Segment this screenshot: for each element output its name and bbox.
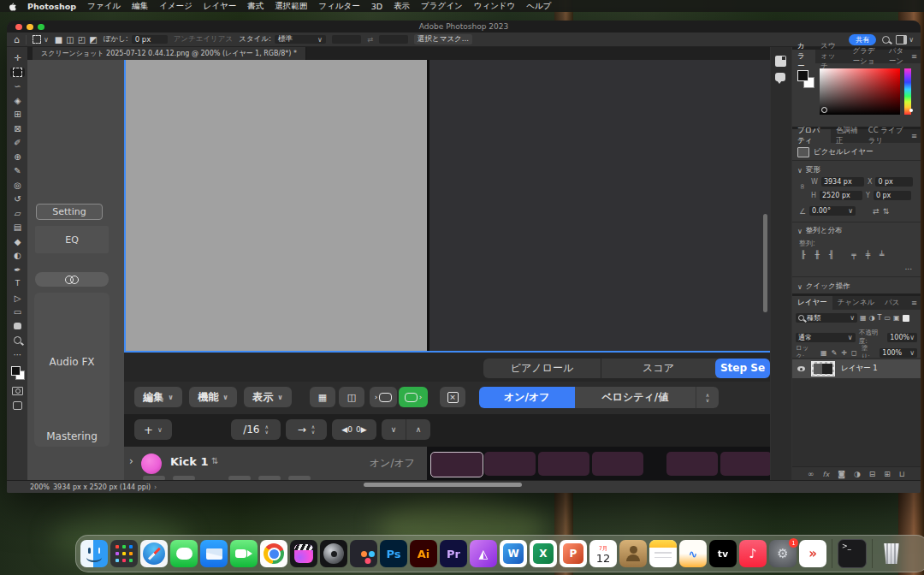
- stereo-output-button[interactable]: [35, 272, 109, 287]
- mode-stepper[interactable]: ∧∨: [696, 387, 719, 408]
- filter-smart-icon[interactable]: ▣: [893, 314, 900, 322]
- menu-view[interactable]: 表示: [394, 1, 410, 12]
- hand-tool[interactable]: [10, 322, 25, 331]
- dock-finder[interactable]: [80, 540, 108, 567]
- quick-actions-header[interactable]: クイック操作: [806, 282, 850, 292]
- foreground-color[interactable]: [11, 366, 21, 376]
- track-header[interactable]: › Kick 1 ⇅ オン/オフ: [124, 447, 427, 481]
- panel-menu-icon[interactable]: ≡: [911, 50, 921, 63]
- align-center-h-icon[interactable]: ╫: [814, 251, 819, 259]
- align-section-header[interactable]: 整列と分布: [806, 226, 843, 236]
- horizontal-scrollbar[interactable]: [364, 483, 522, 487]
- eyedropper-tool[interactable]: ✐: [10, 138, 25, 147]
- transform-section-header[interactable]: 変形: [806, 165, 820, 175]
- dock-launchpad[interactable]: [110, 540, 138, 567]
- dock-calendar[interactable]: 7月 12: [589, 540, 617, 567]
- pattern-loop-button[interactable]: ◫: [339, 387, 364, 407]
- menu-edit[interactable]: 編集: [132, 1, 148, 12]
- dock-red-chevrons-app[interactable]: »: [799, 540, 826, 567]
- zoom-tool[interactable]: [10, 335, 25, 345]
- dock-settings[interactable]: ⚙ 1: [769, 540, 797, 567]
- screen-mode-button[interactable]: [10, 400, 25, 410]
- crop-tool[interactable]: ⊞: [10, 110, 25, 119]
- rotate-right-icon[interactable]: 0▶: [356, 425, 367, 434]
- flip-horizontal-icon[interactable]: ⇄: [873, 207, 880, 216]
- align-top-icon[interactable]: ╤: [851, 251, 856, 259]
- comments-panel-icon[interactable]: [775, 73, 785, 81]
- tab-swatches[interactable]: スウォッチ: [815, 50, 847, 63]
- playback-direction-stepper[interactable]: → ∧∨: [286, 419, 327, 440]
- blend-mode-select[interactable]: 通常∨: [796, 333, 856, 342]
- status-chevron-icon[interactable]: ›: [154, 483, 157, 491]
- canvas[interactable]: Setting EQ Audio FX Mastering ピアノロール: [27, 60, 770, 481]
- tab-gradients[interactable]: グラデーショ: [847, 50, 883, 63]
- shape-tool[interactable]: ▭: [10, 307, 25, 317]
- section-chevron-icon[interactable]: ∨: [797, 283, 803, 291]
- selection-intersect-icon[interactable]: ◩: [89, 35, 97, 44]
- step-record-button[interactable]: ›: [399, 387, 428, 407]
- search-icon[interactable]: [882, 36, 890, 44]
- opacity-field[interactable]: 100%∨: [887, 333, 917, 342]
- history-brush-tool[interactable]: ↺: [10, 194, 25, 204]
- align-more-button[interactable]: ...: [904, 263, 912, 271]
- mode-on-off-button[interactable]: オン/オフ: [479, 387, 575, 408]
- dock-notes[interactable]: [649, 540, 677, 567]
- menu-filter[interactable]: フィルター: [318, 1, 359, 12]
- dodge-tool[interactable]: ◐: [10, 251, 25, 260]
- zoom-level[interactable]: 200%: [30, 483, 50, 491]
- setting-button[interactable]: Setting: [36, 204, 103, 220]
- view-menu-button[interactable]: 表示∨: [244, 387, 292, 407]
- layer-mask-icon[interactable]: ◙: [838, 470, 845, 478]
- section-chevron-icon[interactable]: ∨: [797, 228, 803, 235]
- selection-add-icon[interactable]: ◫: [66, 35, 74, 44]
- step-cell[interactable]: [666, 452, 718, 476]
- angle-field[interactable]: 0.00°∨: [809, 206, 856, 216]
- marquee-tool-preset[interactable]: ∨: [33, 35, 49, 44]
- functions-menu-button[interactable]: 機能∨: [189, 387, 237, 407]
- filter-shape-icon[interactable]: ▭: [884, 314, 891, 322]
- height-value-field[interactable]: 2520 px: [820, 191, 862, 200]
- width-input[interactable]: [332, 35, 361, 44]
- step-cell[interactable]: [592, 452, 643, 476]
- dock-premiere[interactable]: Pr: [440, 540, 467, 567]
- menu-help[interactable]: ヘルプ: [526, 1, 551, 12]
- audio-fx-slot[interactable]: [34, 293, 110, 447]
- y-value-field[interactable]: 0 px: [874, 191, 911, 200]
- brush-tool[interactable]: ✎: [10, 166, 25, 175]
- document-tab[interactable]: スクリーンショット 2025-07-12 0.44.12.png @ 200% …: [33, 47, 306, 60]
- octave-up-button[interactable]: ∧: [406, 425, 430, 434]
- edit-menu-button[interactable]: 編集∨: [134, 387, 182, 407]
- add-row-button[interactable]: +∨: [134, 419, 172, 440]
- feather-input[interactable]: 0 px: [132, 35, 168, 44]
- dock-compressor[interactable]: [320, 540, 347, 567]
- marquee-tool[interactable]: [10, 68, 25, 77]
- object-selection-tool[interactable]: ◈: [10, 96, 25, 105]
- dock-facetime[interactable]: [230, 540, 258, 567]
- eq-display[interactable]: EQ: [35, 226, 109, 253]
- pattern-browser-button[interactable]: ▦: [310, 387, 335, 407]
- filter-toggle[interactable]: [903, 315, 909, 322]
- step-rate-stepper[interactable]: /16 ∧∨: [231, 419, 281, 440]
- layer-row-selected[interactable]: レイヤー 1: [792, 359, 921, 378]
- tab-layers[interactable]: レイヤー: [792, 296, 832, 310]
- menu-3d[interactable]: 3D: [371, 2, 382, 11]
- layer-filter-select[interactable]: 種類∨: [796, 313, 857, 323]
- filter-pixel-icon[interactable]: ▦: [860, 314, 867, 322]
- dock-wave-app[interactable]: ∿: [679, 540, 707, 567]
- path-selection-tool[interactable]: ▷: [10, 293, 25, 303]
- section-chevron-icon[interactable]: ∨: [797, 167, 803, 175]
- filter-adjustment-icon[interactable]: ◑: [869, 314, 875, 322]
- healing-brush-tool[interactable]: ⊕: [10, 152, 25, 162]
- dock-mail[interactable]: [200, 540, 228, 567]
- tab-channels[interactable]: チャンネル: [832, 296, 880, 310]
- delete-layer-icon[interactable]: ⊔: [899, 470, 905, 478]
- align-center-v-icon[interactable]: ╪: [866, 251, 870, 259]
- menu-photoshop[interactable]: Photoshop: [27, 2, 76, 11]
- home-icon[interactable]: ⌂: [14, 34, 20, 45]
- gradient-tool[interactable]: ▤: [10, 222, 25, 232]
- menu-type[interactable]: 書式: [247, 1, 264, 12]
- lock-pixels-icon[interactable]: ✎: [832, 349, 838, 357]
- dock-davinci-resolve[interactable]: [350, 540, 377, 567]
- share-button[interactable]: 共有: [849, 34, 876, 45]
- apple-menu-icon[interactable]: [9, 2, 16, 11]
